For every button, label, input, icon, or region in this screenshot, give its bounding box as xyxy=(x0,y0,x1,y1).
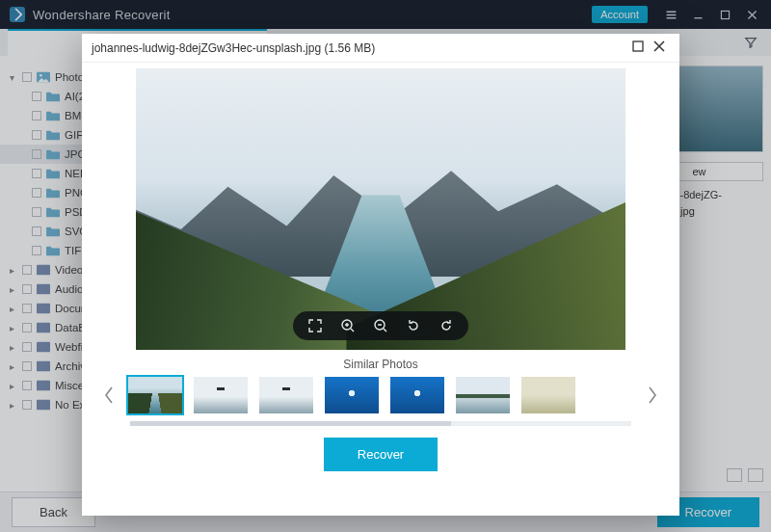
next-icon[interactable] xyxy=(643,376,662,414)
rotate-right-icon[interactable] xyxy=(438,317,455,334)
prev-icon[interactable] xyxy=(99,376,119,414)
modal-close-icon[interactable] xyxy=(649,40,670,55)
thumb-6[interactable] xyxy=(454,375,512,415)
rotate-left-icon[interactable] xyxy=(405,317,422,334)
thumb-2[interactable] xyxy=(192,375,250,415)
preview-modal: johannes-ludwig-8dejZGw3Hec-unsplash.jpg… xyxy=(82,34,679,516)
thumb-5[interactable] xyxy=(388,375,446,415)
image-controls xyxy=(293,311,468,340)
fit-icon[interactable] xyxy=(306,317,324,334)
zoom-in-icon[interactable] xyxy=(339,317,357,334)
modal-filename: johannes-ludwig-8dejZGw3Hec-unsplash.jpg… xyxy=(92,41,375,55)
modal-recover-button[interactable]: Recover xyxy=(324,438,438,471)
thumb-3[interactable] xyxy=(257,375,315,415)
zoom-out-icon[interactable] xyxy=(372,317,389,334)
modal-header: johannes-ludwig-8dejZGw3Hec-unsplash.jpg… xyxy=(82,34,679,63)
similar-photos-label: Similar Photos xyxy=(82,358,679,371)
thumb-scrollbar[interactable] xyxy=(130,421,631,426)
preview-image xyxy=(136,68,625,350)
thumb-1[interactable] xyxy=(126,375,184,415)
thumb-4[interactable] xyxy=(323,375,381,415)
thumb-7[interactable] xyxy=(519,375,577,415)
modal-maximize-icon[interactable] xyxy=(627,40,649,55)
svg-rect-11 xyxy=(633,41,643,51)
thumbnail-strip xyxy=(82,375,679,415)
